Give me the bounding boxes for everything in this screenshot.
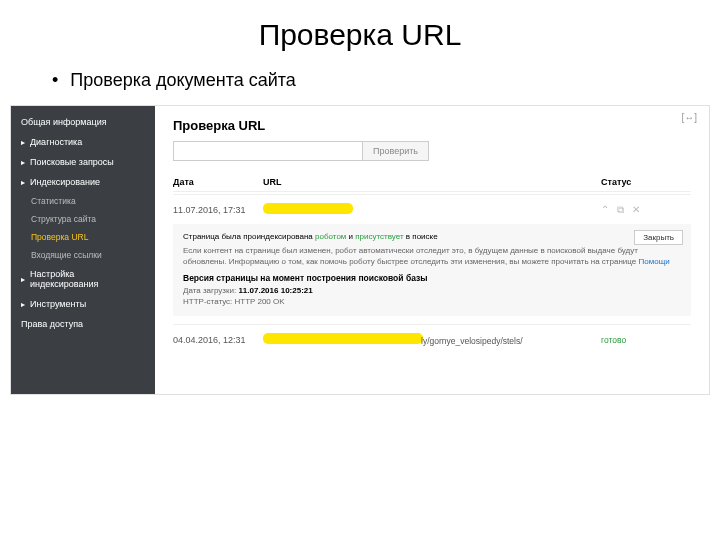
copy-icon[interactable]: ⧉	[617, 204, 624, 216]
close-detail-button[interactable]: Закрыть	[634, 230, 683, 245]
detail-http-status: HTTP-статус: HTTP 200 OK	[183, 297, 681, 306]
expand-icon[interactable]: [↔]	[681, 112, 697, 123]
sidebar-item-search-queries[interactable]: Поисковые запросы	[11, 152, 155, 172]
table-header: Дата URL Статус	[173, 173, 691, 192]
sidebar-sub-stats[interactable]: Статистика	[11, 192, 155, 210]
col-url: URL	[263, 177, 601, 187]
close-icon[interactable]: ✕	[632, 204, 640, 215]
detail-load-date: Дата загрузки: 11.07.2016 10:25:21	[183, 286, 681, 295]
row-date: 11.07.2016, 17:31	[173, 205, 263, 215]
url-tail: ly/gornye_velosipedy/stels/	[421, 336, 523, 346]
check-button[interactable]: Проверить	[363, 141, 429, 161]
redacted-url	[263, 203, 353, 214]
table-row[interactable]: 04.04.2016, 12:31 ly/gornye_velosipedy/s…	[173, 327, 691, 352]
row-url: ly/gornye_velosipedy/stels/	[263, 333, 601, 346]
row-date: 04.04.2016, 12:31	[173, 335, 263, 345]
sidebar-item-tools[interactable]: Инструменты	[11, 294, 155, 314]
redacted-url	[263, 333, 423, 344]
slide-title: Проверка URL	[0, 0, 720, 62]
help-link[interactable]: Помощи	[638, 257, 669, 266]
sidebar-sub-check-url[interactable]: Проверка URL	[11, 228, 155, 246]
index-status-line: Страница была проиндексирована роботом и…	[183, 232, 681, 241]
main-panel: [↔] Проверка URL Проверить Дата URL Стат…	[155, 106, 709, 394]
row-status: готово	[601, 335, 691, 345]
sidebar-item-access[interactable]: Права доступа	[11, 314, 155, 334]
slide-bullet: Проверка документа сайта	[0, 62, 720, 105]
row-actions: ⌃ ⧉ ✕	[601, 204, 691, 216]
col-status: Статус	[601, 177, 691, 187]
bullet-text: Проверка документа сайта	[70, 70, 296, 91]
table-row[interactable]: 11.07.2016, 17:31 ⌃ ⧉ ✕	[173, 197, 691, 222]
chevron-up-icon[interactable]: ⌃	[601, 204, 609, 215]
detail-heading: Версия страницы на момент построения пои…	[183, 273, 681, 283]
sidebar: Общая информация Диагностика Поисковые з…	[11, 106, 155, 394]
row-url	[263, 203, 601, 216]
sidebar-sub-incoming-links[interactable]: Входящие ссылки	[11, 246, 155, 264]
detail-description: Если контент на странице был изменен, ро…	[183, 245, 681, 267]
url-check-form: Проверить	[173, 141, 691, 161]
sidebar-sub-structure[interactable]: Структура сайта	[11, 210, 155, 228]
sidebar-item-indexing[interactable]: Индексирование	[11, 172, 155, 192]
sidebar-item-index-settings[interactable]: Настройка индексирования	[11, 264, 155, 294]
col-date: Дата	[173, 177, 263, 187]
url-input[interactable]	[173, 141, 363, 161]
row-detail-panel: Закрыть Страница была проиндексирована р…	[173, 224, 691, 316]
app-window: Общая информация Диагностика Поисковые з…	[10, 105, 710, 395]
page-title: Проверка URL	[173, 118, 691, 133]
sidebar-item-general[interactable]: Общая информация	[11, 112, 155, 132]
sidebar-item-diagnostics[interactable]: Диагностика	[11, 132, 155, 152]
